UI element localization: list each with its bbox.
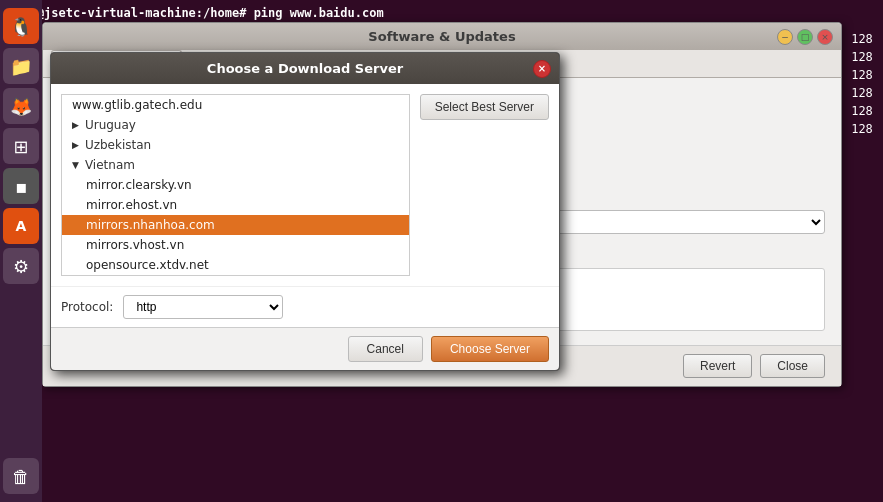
protocol-label: Protocol: (61, 300, 113, 314)
close-sw-button[interactable]: Close (760, 354, 825, 378)
software-center-icon[interactable]: A (3, 208, 39, 244)
select-best-server-button[interactable]: Select Best Server (420, 94, 549, 120)
close-button[interactable]: × (817, 29, 833, 45)
protocol-select[interactable]: http ftp (123, 295, 283, 319)
sw-window-title: Software & Updates (368, 29, 515, 44)
sw-titlebar: Software & Updates − □ × (43, 23, 841, 50)
cancel-button[interactable]: Cancel (348, 336, 423, 362)
window-controls: − □ × (777, 29, 833, 45)
list-item-clearsky[interactable]: mirror.clearsky.vn (62, 175, 409, 195)
list-item-ehost[interactable]: mirror.ehost.vn (62, 195, 409, 215)
apps-icon[interactable]: ⊞ (3, 128, 39, 164)
firefox-icon[interactable]: 🦊 (3, 88, 39, 124)
right-numbers: 128 128 128 128 128 128 (841, 0, 883, 502)
list-item-vietnam[interactable]: ▼ Vietnam (62, 155, 409, 175)
files-icon[interactable]: 📁 (3, 48, 39, 84)
terminal-line-1: root@jsetc-virtual-machine:/home# ping w… (8, 4, 875, 22)
dl-body: www.gtlib.gatech.edu ▶ Uruguay ▶ Uzbekis… (51, 84, 559, 286)
terminal-icon[interactable]: ▪ (3, 168, 39, 204)
protocol-row: Protocol: http ftp (51, 286, 559, 327)
download-server-dialog: Choose a Download Server × www.gtlib.gat… (50, 52, 560, 371)
trash-icon[interactable]: 🗑 (3, 458, 39, 494)
minimize-button[interactable]: − (777, 29, 793, 45)
settings-icon[interactable]: ⚙ (3, 248, 39, 284)
choose-server-button[interactable]: Choose Server (431, 336, 549, 362)
maximize-button[interactable]: □ (797, 29, 813, 45)
list-item-vhost[interactable]: mirrors.vhost.vn (62, 235, 409, 255)
list-item-uruguay[interactable]: ▶ Uruguay (62, 115, 409, 135)
triangle-icon: ▶ (72, 120, 79, 130)
ubuntu-logo-icon[interactable]: 🐧 (3, 8, 39, 44)
list-item-uzbekistan[interactable]: ▶ Uzbekistan (62, 135, 409, 155)
dl-close-button[interactable]: × (533, 60, 551, 78)
dl-dialog-title: Choose a Download Server (207, 61, 403, 76)
dl-footer: Cancel Choose Server (51, 327, 559, 370)
ubuntu-sidebar: 🐧 📁 🦊 ⊞ ▪ A ⚙ 🗑 (0, 0, 42, 502)
dl-right-panel: Select Best Server (420, 94, 549, 276)
list-item-nhanhoa[interactable]: mirrors.nhanhoa.com (62, 215, 409, 235)
server-list: www.gtlib.gatech.edu ▶ Uruguay ▶ Uzbekis… (61, 94, 410, 276)
list-item-gtlib[interactable]: www.gtlib.gatech.edu (62, 95, 409, 115)
triangle-expanded-icon: ▼ (72, 160, 79, 170)
triangle-icon: ▶ (72, 140, 79, 150)
dl-titlebar: Choose a Download Server × (51, 53, 559, 84)
list-item-opensource-xtdv[interactable]: opensource.xtdv.net (62, 255, 409, 275)
revert-button[interactable]: Revert (683, 354, 752, 378)
